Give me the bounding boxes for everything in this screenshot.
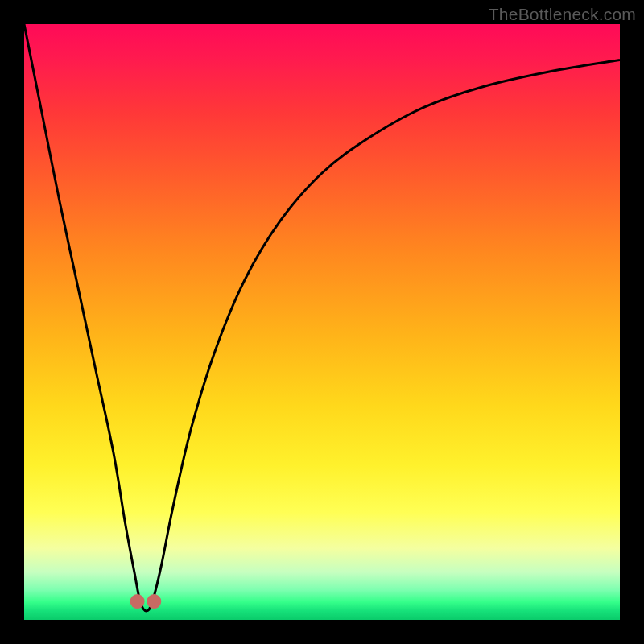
- chart-frame: TheBottleneck.com: [0, 0, 644, 644]
- valley-right-marker: [147, 594, 161, 609]
- curve-layer: [24, 24, 620, 620]
- bottleneck-curve: [24, 24, 620, 611]
- valley-left-marker: [130, 594, 145, 609]
- valley-markers: [130, 594, 162, 609]
- watermark-text: TheBottleneck.com: [489, 5, 636, 24]
- plot-area: [24, 24, 620, 620]
